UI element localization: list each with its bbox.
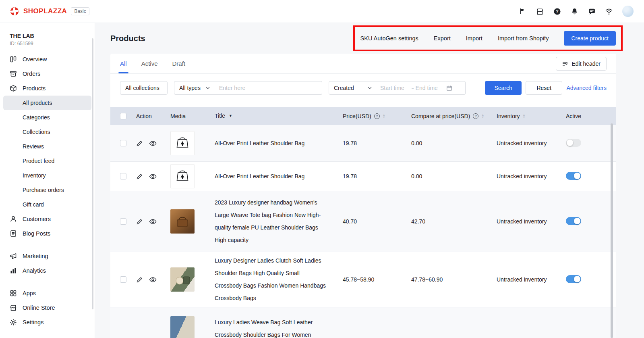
settings-icon [10,319,17,326]
product-inventory: Untracked inventory [491,173,560,179]
sidebar-item-label: Blog Posts [23,230,50,237]
tab-active[interactable]: Active [141,54,158,73]
sidebar-item-reviews[interactable]: Reviews [0,139,95,154]
range-separator: ~ [411,85,414,91]
sidebar-item-label: Analytics [23,267,46,274]
sidebar-item-product-feed[interactable]: Product feed [0,154,95,168]
select-all-checkbox[interactable] [120,113,126,119]
orders-icon [10,70,17,77]
sidebar-item-label: Orders [23,71,40,77]
create-product-button[interactable]: Create product [564,31,616,46]
table-scrollbar[interactable] [611,123,613,338]
sidebar-item-apps[interactable]: Apps [0,286,95,300]
calendar-icon[interactable] [446,85,452,91]
title-sort-icon[interactable]: ▼ [229,110,232,122]
product-image [170,316,195,338]
sidebar-item-orders[interactable]: Orders [0,67,95,81]
edit-icon[interactable] [136,218,143,225]
preview-icon[interactable] [149,140,157,147]
edit-icon[interactable] [136,173,143,180]
row-checkbox[interactable] [120,276,126,283]
end-time-input[interactable] [416,85,445,91]
preview-icon[interactable] [149,218,157,225]
wifi-icon[interactable] [605,7,613,15]
export-button[interactable]: Export [434,35,451,42]
flag-icon[interactable] [518,7,526,15]
sidebar-item-analytics[interactable]: Analytics [0,263,95,278]
date-range-picker[interactable]: ~ [376,81,466,95]
store-name: THE LAB [10,33,85,39]
storefront-icon[interactable] [536,7,544,15]
sidebar-subitem-label: Collections [23,129,50,135]
edit-header-button[interactable]: Edit header [556,57,607,71]
brand-logo[interactable]: SHOPLAZZA Basic [10,6,89,16]
overview-icon [10,56,17,63]
sidebar-item-settings[interactable]: Settings [0,315,95,330]
row-checkbox[interactable] [120,140,126,146]
active-toggle[interactable] [566,217,581,225]
sidebar-item-online-store[interactable]: Online Store [0,300,95,315]
sidebar-item-categories[interactable]: Categories [0,110,95,125]
product-image [170,267,195,292]
table-row: All-Over Print Leather Shoulder Bag 19.7… [110,125,616,162]
date-type-select[interactable]: Created [329,81,376,95]
search-button[interactable]: Search [485,81,522,95]
preview-icon[interactable] [149,173,157,180]
sidebar-item-marketing[interactable]: Marketing [0,249,95,263]
tab-all[interactable]: All [120,54,127,73]
sliders-icon [562,61,568,67]
reset-button[interactable]: Reset [526,81,562,95]
plan-badge: Basic [71,7,89,15]
column-active: Active [560,113,616,119]
row-checkbox[interactable] [120,173,126,179]
sidebar-subitem-label: Gift card [23,201,44,208]
sidebar-subitem-label: Purchase orders [23,187,64,193]
bell-icon[interactable] [570,7,578,15]
sidebar-item-inventory[interactable]: Inventory [0,168,95,183]
product-compare-price: 0.00 [406,140,491,146]
edit-icon[interactable] [136,140,143,147]
avatar[interactable] [622,6,634,17]
import-from-shopify-button[interactable]: Import from Shopify [498,35,549,42]
sku-autogen-settings-button[interactable]: SKU AutoGen settings [360,35,418,42]
sidebar-item-products[interactable]: Products [0,81,95,96]
tab-draft[interactable]: Draft [172,54,186,73]
collections-filter-select[interactable]: All collections [120,81,168,95]
active-toggle[interactable] [566,172,581,180]
price-sort-icons[interactable]: ▲▼ [383,114,385,119]
sidebar-item-blog-posts[interactable]: Blog Posts [0,226,95,241]
sidebar-item-collections[interactable]: Collections [0,125,95,139]
inventory-sort-icons[interactable]: ▲▼ [523,114,526,119]
column-title: Title [215,110,225,122]
product-compare-price: 42.70 [406,218,491,225]
import-button[interactable]: Import [466,35,482,42]
product-inventory: Untracked inventory [491,276,560,283]
sidebar-item-gift-card[interactable]: Gift card [0,197,95,212]
product-title: Luxury Designer Ladies Clutch Soft Ladie… [215,257,326,301]
column-inventory: Inventory [497,113,520,119]
product-title: All-Over Print Leather Shoulder Bag [215,140,304,146]
chat-icon[interactable] [588,7,596,15]
sidebar-item-overview[interactable]: Overview [0,52,95,67]
advanced-filters-link[interactable]: Advanced filters [566,85,607,91]
active-toggle[interactable] [566,139,581,147]
product-image [170,131,195,155]
edit-icon[interactable] [136,276,143,283]
row-checkbox[interactable] [120,218,126,225]
preview-icon[interactable] [149,276,157,284]
sidebar-item-customers[interactable]: Customers [0,212,95,226]
sidebar-item-purchase-orders[interactable]: Purchase orders [0,183,95,197]
price-help-icon[interactable]: ? [374,113,380,119]
sidebar-scrollbar[interactable] [92,38,93,309]
start-time-input[interactable] [380,85,409,91]
column-action: Action [130,113,165,119]
sidebar-item-all-products[interactable]: All products [3,96,91,110]
compare-price-help-icon[interactable]: ? [473,113,478,119]
apps-icon [10,290,17,297]
help-icon[interactable]: ? [553,7,561,15]
types-filter-select[interactable]: All types [174,81,214,95]
keyword-search-input[interactable] [214,81,322,95]
compare-price-sort-icons[interactable]: ▲▼ [481,114,484,119]
active-toggle[interactable] [566,275,581,283]
table-row: Luxury Designer Ladies Clutch Soft Ladie… [110,252,616,307]
